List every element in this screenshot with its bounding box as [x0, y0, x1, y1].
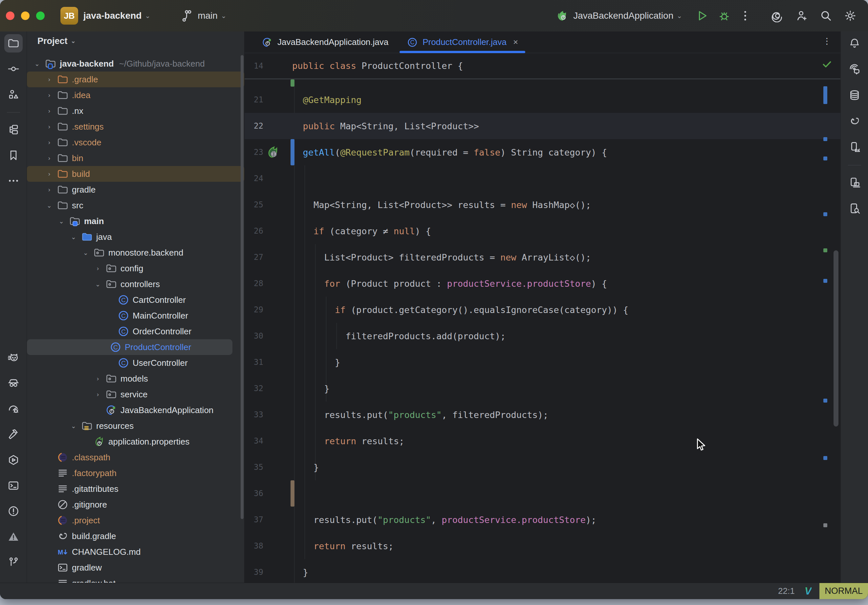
cat-button[interactable] — [4, 348, 23, 367]
tree-item-java-backend[interactable]: ⌄java-backend~/Github/java-backend — [27, 56, 244, 71]
search-icon[interactable] — [819, 9, 832, 22]
chevron-down-icon[interactable]: ⌄ — [221, 12, 226, 20]
chevron-expanded-icon[interactable]: ⌄ — [56, 218, 67, 225]
hierarchy-button[interactable] — [4, 121, 23, 139]
tree-item-service[interactable]: ›service — [27, 387, 244, 402]
minimize-window-button[interactable] — [21, 11, 29, 20]
ai-assistant-button[interactable] — [845, 60, 864, 79]
code-line-28[interactable]: 28 for (Product product : productService… — [245, 270, 840, 297]
terminal-button[interactable] — [4, 477, 23, 495]
code-line-23[interactable]: 23 getAll(@RequestParam(required = false… — [245, 139, 840, 166]
error-stripe-mark[interactable] — [823, 212, 827, 216]
notifications-bell-button[interactable] — [845, 34, 864, 53]
git-branch-button[interactable] — [4, 553, 23, 571]
chevron-collapsed-icon[interactable]: › — [43, 186, 55, 193]
chevron-collapsed-icon[interactable]: › — [43, 139, 55, 146]
chevron-collapsed-icon[interactable]: › — [92, 391, 104, 398]
code-line-35[interactable]: 35 } — [245, 454, 840, 480]
chevron-collapsed-icon[interactable]: › — [92, 265, 104, 272]
tree-item-usercontroller[interactable]: CUserController — [27, 355, 244, 371]
tree-item-gradlew-bat[interactable]: gradlew.bat — [27, 576, 244, 583]
code-line-21[interactable]: 21 @GetMapping — [245, 87, 840, 113]
device-mirror-button[interactable] — [845, 173, 864, 192]
editor-scrollbar[interactable] — [834, 250, 839, 427]
chevron-down-icon[interactable]: ⌄ — [677, 12, 682, 20]
error-stripe-mark[interactable] — [823, 279, 827, 283]
vim-mode-badge[interactable]: NORMAL — [819, 583, 868, 599]
project-view-selector[interactable]: Project — [37, 36, 68, 46]
chevron-collapsed-icon[interactable]: › — [43, 91, 55, 99]
code-editor[interactable]: 14 public class ProductController { 21 @… — [245, 53, 840, 583]
tree-item-resources[interactable]: ⌄resources — [27, 418, 244, 434]
tree-item--idea[interactable]: ›.idea — [27, 87, 244, 103]
zoom-window-button[interactable] — [36, 11, 45, 20]
project-tree-scrollbar[interactable] — [241, 55, 243, 519]
tree-item--vscode[interactable]: ›.vscode — [27, 135, 244, 150]
code-line-39[interactable]: 39 } — [245, 559, 840, 583]
chevron-down-icon[interactable]: ⌄ — [145, 12, 150, 20]
error-stripe-mark[interactable] — [823, 456, 827, 460]
chevron-expanded-icon[interactable]: ⌄ — [80, 249, 91, 257]
tree-item--factorypath[interactable]: .factorypath — [27, 465, 244, 481]
close-tab-icon[interactable]: × — [513, 37, 518, 47]
chevron-expanded-icon[interactable]: ⌄ — [68, 233, 79, 241]
tree-item-application-properties[interactable]: application.properties — [27, 434, 244, 449]
code-line-36[interactable]: 36 — [245, 480, 840, 507]
warning-button[interactable] — [4, 528, 23, 546]
chevron-collapsed-icon[interactable]: › — [43, 123, 55, 130]
tree-item-build[interactable]: ›build — [27, 166, 244, 182]
tree-item--classpath[interactable]: .classpath — [27, 449, 244, 465]
structure-button[interactable] — [4, 85, 23, 104]
tree-item-gradlew[interactable]: gradlew — [27, 560, 244, 576]
more-run-options-icon[interactable] — [739, 9, 752, 22]
code-line-33[interactable]: 33 results.put("products", filteredProdu… — [245, 402, 840, 428]
code-line-26[interactable]: 26 if (category ≠ null) { — [245, 218, 840, 244]
services-button[interactable] — [4, 451, 23, 469]
tree-item--project[interactable]: .project — [27, 512, 244, 528]
project-name[interactable]: java-backend — [84, 11, 141, 21]
bookmarks-button[interactable] — [4, 146, 23, 164]
code-line-22[interactable]: 22 public Map<String, List<Product>> — [245, 113, 840, 139]
inspections-ok-icon[interactable] — [822, 59, 832, 70]
code-with-me-icon[interactable] — [795, 9, 808, 22]
close-window-button[interactable] — [6, 11, 14, 20]
ideavim-icon[interactable]: V — [804, 585, 812, 597]
tab-options-icon[interactable]: ⋮ — [823, 36, 831, 46]
code-line-38[interactable]: 38 return results; — [245, 533, 840, 559]
branch-name[interactable]: main — [198, 11, 218, 21]
caret-position[interactable]: 22:1 — [778, 586, 795, 596]
problems-button[interactable] — [4, 502, 23, 520]
settings-gear-icon[interactable] — [844, 9, 857, 22]
code-line-32[interactable]: 32 } — [245, 375, 840, 402]
tab-productcontroller-java[interactable]: CProductController.java× — [398, 31, 527, 53]
tree-item-monostore-backend[interactable]: ⌄monostore.backend — [27, 245, 244, 260]
spring-bean-icon[interactable] — [266, 145, 280, 159]
tab-javabackendapplication-java[interactable]: JavaBackendApplication.java — [253, 31, 398, 53]
tree-item-models[interactable]: ›models — [27, 371, 244, 387]
vcs-modified-marker[interactable] — [291, 139, 294, 166]
chevron-collapsed-icon[interactable]: › — [43, 155, 55, 162]
tree-item-controllers[interactable]: ⌄controllers — [27, 276, 244, 292]
chevron-collapsed-icon[interactable]: › — [92, 375, 104, 382]
build-hammer-button[interactable] — [4, 425, 23, 444]
run-button[interactable] — [695, 9, 708, 22]
error-stripe-mark[interactable] — [823, 156, 827, 161]
tree-item-maincontroller[interactable]: CMainController — [27, 308, 244, 323]
chevron-expanded-icon[interactable]: ⌄ — [68, 422, 79, 430]
run-configuration[interactable]: JavaBackendApplication — [573, 11, 673, 21]
error-stripe-mark[interactable] — [823, 399, 827, 402]
code-line-31[interactable]: 31 } — [245, 349, 840, 375]
tree-item--gradle[interactable]: ›.gradle — [27, 71, 244, 87]
tree-item-gradle[interactable]: ›gradle — [27, 182, 244, 198]
code-line-30[interactable]: 30 filteredProducts.add(product); — [245, 323, 840, 349]
error-stripe-mark[interactable] — [823, 137, 827, 141]
tree-item-config[interactable]: ›config — [27, 260, 244, 276]
code-line-37[interactable]: 37 results.put("products", productServic… — [245, 507, 840, 533]
error-stripe-mark[interactable] — [823, 86, 827, 104]
tree-item-java[interactable]: ⌄java — [27, 229, 244, 245]
project-folder-button[interactable] — [4, 34, 23, 53]
chevron-collapsed-icon[interactable]: › — [43, 170, 55, 178]
database-button[interactable] — [845, 86, 864, 104]
error-stripe-mark[interactable] — [823, 523, 827, 527]
chevron-collapsed-icon[interactable]: › — [43, 76, 55, 83]
